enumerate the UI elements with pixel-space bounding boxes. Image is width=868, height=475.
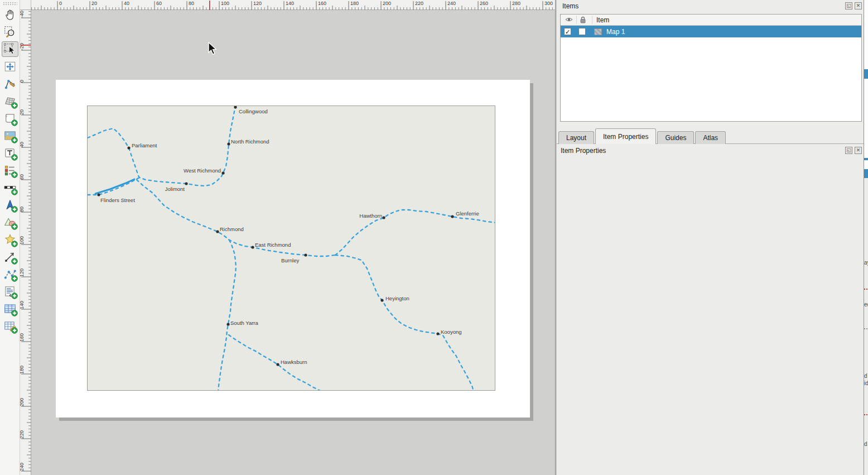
station-marker <box>226 323 229 325</box>
edit-nodes-item-icon <box>3 77 17 90</box>
svg-text:100: 100 <box>20 236 25 244</box>
add-shape-button[interactable] <box>2 214 18 230</box>
station-label: South Yarra <box>230 320 259 326</box>
svg-text:240: 240 <box>20 463 25 471</box>
station-marker <box>304 253 307 256</box>
items-panel-float-icon[interactable]: ◱ <box>845 2 852 9</box>
add-3d-map-button[interactable] <box>2 93 18 109</box>
add-html-button[interactable] <box>2 284 18 299</box>
toolbar-grip-handle[interactable] <box>3 2 17 6</box>
station-label: Flinders Street <box>100 197 135 203</box>
column-separator <box>592 16 592 24</box>
add-legend-button[interactable] <box>2 162 18 178</box>
station-marker <box>251 246 254 248</box>
add-marker-button[interactable] <box>2 232 18 247</box>
items-tree: Item ✓ Map 1 <box>560 14 862 122</box>
add-fixed-table-button[interactable] <box>2 318 18 334</box>
station-label: Parliament <box>132 142 157 148</box>
station-label: Burnley <box>281 257 299 263</box>
map-item-map1[interactable]: CollingwoodParliamentNorth RichmondWest … <box>87 105 495 391</box>
background-window-fragment <box>864 169 868 178</box>
svg-text:100: 100 <box>221 1 229 6</box>
background-window-fragment <box>864 69 868 79</box>
background-window-fragment <box>864 328 868 329</box>
select-move-item-button[interactable] <box>2 41 18 57</box>
add-plus-badge <box>11 241 18 247</box>
svg-text:200: 200 <box>20 398 25 406</box>
station-label: Collingwood <box>239 108 268 114</box>
add-map-button[interactable] <box>2 111 18 126</box>
station-marker <box>221 171 224 174</box>
station-label: Kooyong <box>441 329 462 335</box>
svg-text:40: 40 <box>20 142 25 147</box>
add-scale-bar-button[interactable] <box>2 180 18 195</box>
add-label-button[interactable] <box>2 145 18 161</box>
tab-atlas[interactable]: Atlas <box>695 131 726 144</box>
svg-text:220: 220 <box>20 430 25 439</box>
item-properties-float-icon[interactable]: ◱ <box>845 147 852 154</box>
station-marker <box>227 142 230 145</box>
svg-text:80: 80 <box>20 207 25 212</box>
rail-line-flinders-street-solid-track <box>95 179 134 194</box>
pan-layout-icon <box>3 8 17 21</box>
items-panel-close-icon[interactable]: ✕ <box>855 2 862 9</box>
tab-layout[interactable]: Layout <box>558 131 594 144</box>
lock-checkbox[interactable] <box>578 28 586 35</box>
svg-text:-20: -20 <box>20 43 25 50</box>
pan-layout-button[interactable] <box>2 7 18 22</box>
background-window-fragment <box>864 414 868 415</box>
station-label: East Richmond <box>255 242 291 248</box>
add-north-arrow-button[interactable] <box>2 197 18 213</box>
vertical-ruler[interactable]: -40-20020406080100120140160180200220240 <box>20 10 31 475</box>
map-item-icon <box>594 28 602 35</box>
edit-nodes-item-button[interactable] <box>2 76 18 92</box>
station-marker <box>234 106 237 109</box>
zoom-button[interactable] <box>2 24 18 40</box>
visibility-checkbox[interactable]: ✓ <box>564 28 571 35</box>
station-label: North Richmond <box>231 138 269 145</box>
item-column-header: Item <box>596 16 609 24</box>
svg-text:40: 40 <box>124 1 129 6</box>
background-window-fragment: ay <box>864 260 868 266</box>
add-arrow-button[interactable] <box>2 249 18 265</box>
items-tree-header: Item <box>561 15 861 26</box>
add-picture-button[interactable] <box>2 128 18 143</box>
station-label: Richmond <box>220 226 244 232</box>
svg-text:80: 80 <box>189 1 194 6</box>
move-item-content-button[interactable] <box>2 59 18 74</box>
station-marker <box>382 216 385 219</box>
rail-line-hawksburn-line <box>229 335 321 390</box>
add-node-item-button[interactable] <box>2 266 18 282</box>
station-marker <box>185 182 187 185</box>
tab-guides[interactable]: Guides <box>657 131 694 144</box>
rail-line-south-yarra-line <box>218 240 236 390</box>
item-properties-close-icon[interactable]: ✕ <box>855 147 862 154</box>
layout-canvas[interactable]: CollingwoodParliamentNorth RichmondWest … <box>31 10 555 475</box>
svg-text:0: 0 <box>59 1 62 6</box>
add-plus-badge <box>11 327 18 334</box>
item-row-label: Map 1 <box>606 28 625 36</box>
items-tree-row-map1[interactable]: ✓ Map 1 <box>561 26 861 37</box>
properties-tabbar: LayoutItem PropertiesGuidesAtlas <box>558 128 726 144</box>
add-attribute-table-button[interactable] <box>2 301 18 316</box>
visibility-column-eye-icon <box>565 16 573 23</box>
svg-text:160: 160 <box>20 333 25 342</box>
station-marker <box>127 146 130 149</box>
qgis-layout-designer-window: 0204060801001201401601802002202402602803… <box>0 0 868 475</box>
horizontal-ruler-scale: 0204060801001201401601802002202402602803… <box>31 0 555 10</box>
station-label: Glenferrie <box>456 210 479 217</box>
add-plus-badge <box>11 206 18 213</box>
add-plus-badge <box>11 102 18 109</box>
background-window-fragment: d <box>864 441 868 447</box>
background-window-fragment: ed <box>864 301 868 308</box>
add-plus-badge <box>11 310 18 316</box>
layout-toolbox <box>0 0 20 475</box>
tab-item-properties[interactable]: Item Properties <box>595 128 656 144</box>
items-panel-titlebar: Items ◱ ✕ <box>557 0 864 12</box>
horizontal-ruler[interactable]: 0204060801001201401601802002202402602803… <box>31 0 555 10</box>
svg-text:200: 200 <box>383 1 391 6</box>
item-properties-title: Item Properties <box>561 147 606 155</box>
background-window-fragment: id <box>864 380 868 386</box>
station-marker <box>451 215 454 218</box>
svg-text:60: 60 <box>20 174 25 180</box>
